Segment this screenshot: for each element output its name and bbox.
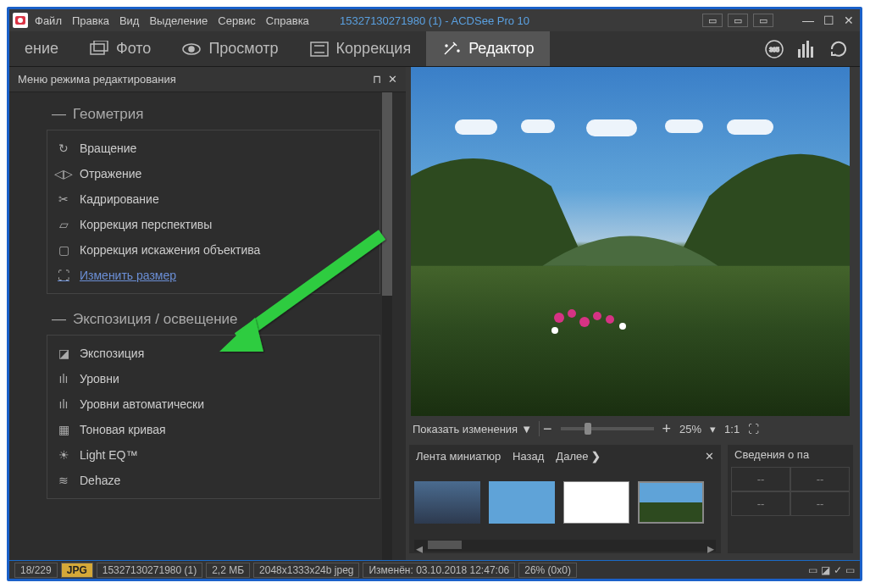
svg-rect-4 bbox=[311, 42, 328, 56]
thumbnail-selected[interactable] bbox=[638, 481, 704, 524]
tab-photo[interactable]: Фото bbox=[74, 31, 166, 66]
collapse-icon: — bbox=[52, 311, 66, 328]
svg-rect-0 bbox=[91, 44, 104, 54]
dehaze-icon: ≋ bbox=[56, 473, 71, 488]
tool-curve[interactable]: ▦Тоновая кривая bbox=[47, 417, 380, 442]
preview-area: Показать изменения ▼ − + 25% ▾ 1:1 ⛶ Лен… bbox=[406, 67, 860, 560]
pin-icon[interactable]: ⊓ bbox=[373, 73, 381, 86]
titlebar: Файл Правка Вид Выделение Сервис Справка… bbox=[9, 9, 860, 31]
zoom-in-icon[interactable]: + bbox=[662, 420, 672, 438]
tool-lens[interactable]: ▢Коррекция искажения объектива bbox=[47, 237, 380, 263]
photo-icon bbox=[89, 41, 109, 58]
tab-edit[interactable]: Редактор bbox=[426, 31, 549, 66]
svg-rect-15 bbox=[806, 41, 809, 58]
menu-help[interactable]: Справка bbox=[266, 14, 309, 27]
svg-rect-13 bbox=[798, 49, 801, 58]
status-index: 18/229 bbox=[14, 563, 58, 578]
zoom-dropdown-icon[interactable]: ▾ bbox=[710, 423, 716, 435]
svg-rect-1 bbox=[94, 41, 108, 51]
status-format: JPG bbox=[61, 563, 93, 578]
svg-point-9 bbox=[446, 45, 447, 47]
sliders-icon bbox=[309, 41, 330, 58]
tool-autolevels[interactable]: ılıУровни автоматически bbox=[47, 391, 380, 417]
nav-next[interactable]: Далее ❯ bbox=[556, 450, 601, 463]
thumbnail[interactable] bbox=[489, 481, 555, 524]
winstate-btn-2[interactable]: ▭ bbox=[728, 14, 748, 27]
status-icon-4[interactable]: ▭ bbox=[845, 564, 855, 576]
thumbnail[interactable] bbox=[563, 481, 629, 524]
svg-point-21 bbox=[593, 312, 601, 320]
info-cell: -- bbox=[790, 467, 850, 491]
tool-rotate[interactable]: ↻Вращение bbox=[47, 136, 380, 161]
lens-icon: ▢ bbox=[56, 242, 71, 258]
tool-crop[interactable]: ✂Кадрирование bbox=[47, 186, 380, 212]
zoom-slider[interactable] bbox=[561, 427, 654, 430]
maximize-button[interactable]: ☐ bbox=[821, 14, 836, 27]
sync-365-icon[interactable]: 365 bbox=[763, 38, 785, 60]
refresh-icon[interactable] bbox=[828, 38, 850, 60]
edit-menu-panel: Меню режима редактирования ⊓ ✕ —Геометри… bbox=[9, 67, 406, 560]
svg-rect-16 bbox=[811, 47, 813, 58]
group-geometry[interactable]: —Геометрия bbox=[47, 99, 380, 130]
status-dimensions: 2048x1333x24b jpeg bbox=[253, 563, 359, 578]
filmstrip-scrollbar[interactable]: ◂ ▸ bbox=[414, 540, 716, 552]
autolevels-icon: ılı bbox=[56, 397, 71, 412]
tool-flip[interactable]: ◁▷Отражение bbox=[47, 161, 380, 186]
fit-button[interactable]: ⛶ bbox=[748, 423, 759, 435]
status-bar: 18/229 JPG 15327130271980 (1) 2,2 МБ 204… bbox=[9, 560, 860, 579]
resize-icon: ⛶ bbox=[56, 268, 71, 283]
svg-rect-14 bbox=[802, 44, 805, 58]
eye-icon bbox=[181, 41, 202, 58]
panel-scrollbar[interactable] bbox=[382, 92, 392, 560]
tool-perspective[interactable]: ▱Коррекция перспективы bbox=[47, 212, 380, 237]
menu-select[interactable]: Выделение bbox=[149, 14, 208, 27]
panel-close-icon[interactable]: ✕ bbox=[388, 73, 397, 86]
filmstrip-close-icon[interactable]: ✕ bbox=[705, 450, 714, 463]
info-cell: -- bbox=[731, 491, 790, 516]
winstate-btn-1[interactable]: ▭ bbox=[702, 14, 723, 27]
svg-point-10 bbox=[457, 50, 459, 52]
histogram-icon[interactable] bbox=[795, 38, 817, 60]
menu-file[interactable]: Файл bbox=[35, 14, 62, 27]
tool-dehaze[interactable]: ≋Dehaze bbox=[47, 468, 380, 493]
menu-service[interactable]: Сервис bbox=[218, 14, 256, 27]
tab-develop[interactable]: Коррекция bbox=[294, 31, 427, 66]
tool-resize[interactable]: ⛶Изменить размер bbox=[47, 263, 380, 288]
app-window: Файл Правка Вид Выделение Сервис Справка… bbox=[7, 7, 862, 581]
tab-manage[interactable]: ение bbox=[9, 31, 74, 66]
nav-back[interactable]: Назад bbox=[513, 450, 544, 463]
actual-size-button[interactable]: 1:1 bbox=[724, 423, 740, 435]
close-button[interactable]: ✕ bbox=[841, 14, 856, 27]
status-icon-2[interactable]: ◪ bbox=[821, 564, 830, 576]
panel-header: Меню режима редактирования ⊓ ✕ bbox=[9, 67, 406, 92]
status-icon-1[interactable]: ▭ bbox=[808, 564, 817, 576]
menubar: Файл Правка Вид Выделение Сервис Справка bbox=[35, 14, 309, 27]
app-icon bbox=[13, 13, 28, 28]
info-panel: Сведения о па -- -- -- -- bbox=[728, 445, 853, 553]
menu-edit[interactable]: Правка bbox=[72, 14, 109, 27]
dropdown-icon[interactable]: ▼ bbox=[521, 423, 532, 435]
svg-point-20 bbox=[579, 317, 590, 327]
zoom-out-icon[interactable]: − bbox=[543, 420, 552, 438]
crop-icon: ✂ bbox=[56, 191, 71, 207]
svg-point-3 bbox=[189, 47, 194, 52]
minimize-button[interactable]: — bbox=[801, 14, 816, 27]
svg-point-19 bbox=[568, 309, 576, 318]
status-icon-3[interactable]: ✓ bbox=[834, 564, 842, 576]
exposure-icon: ◪ bbox=[56, 346, 71, 361]
lighteq-icon: ☀ bbox=[56, 447, 71, 463]
info-title: Сведения о па bbox=[731, 448, 850, 467]
svg-point-24 bbox=[551, 327, 558, 334]
mode-bar: ение Фото Просмотр Коррекция Редактор 36… bbox=[9, 31, 860, 67]
tab-view[interactable]: Просмотр bbox=[166, 31, 293, 66]
winstate-btn-3[interactable]: ▭ bbox=[753, 14, 773, 27]
thumbnail[interactable] bbox=[414, 481, 480, 524]
group-exposure[interactable]: —Экспозиция / освещение bbox=[47, 304, 380, 335]
tool-levels[interactable]: ılıУровни bbox=[47, 366, 380, 391]
preview-image[interactable] bbox=[411, 67, 850, 416]
show-changes-label[interactable]: Показать изменения bbox=[413, 423, 518, 435]
svg-point-23 bbox=[619, 323, 626, 330]
menu-view[interactable]: Вид bbox=[119, 14, 140, 27]
tool-lighteq[interactable]: ☀Light EQ™ bbox=[47, 442, 380, 468]
tool-exposure[interactable]: ◪Экспозиция bbox=[47, 341, 380, 366]
